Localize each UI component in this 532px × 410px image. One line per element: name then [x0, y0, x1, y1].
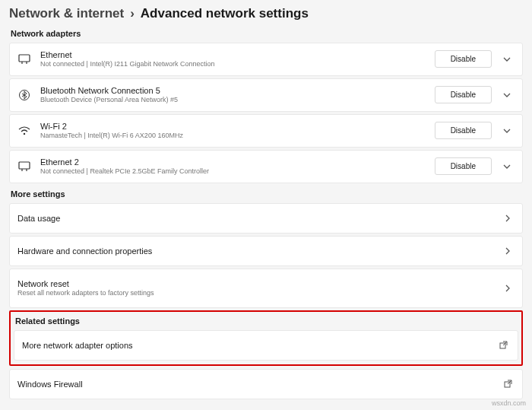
adapter-sub: Not connected | Intel(R) I211 Gigabit Ne…: [40, 60, 435, 69]
section-network-adapters: Network adapters: [11, 29, 523, 38]
watermark: wsxdn.com: [492, 399, 526, 407]
adapter-row-ethernet2[interactable]: Ethernet 2 Not connected | Realtek PCIe …: [9, 150, 523, 183]
bluetooth-icon: [17, 88, 31, 102]
adapter-name: Wi-Fi 2: [40, 121, 435, 132]
highlight-box: Related settings More network adapter op…: [9, 310, 523, 366]
section-more-settings: More settings: [11, 189, 523, 199]
adapter-info: Wi-Fi 2 NamasteTech | Intel(R) Wi-Fi 6 A…: [40, 121, 435, 141]
breadcrumb-parent[interactable]: Network & internet: [9, 6, 124, 21]
link-title: Hardware and connection properties: [17, 246, 501, 256]
breadcrumb-separator: ›: [130, 6, 135, 21]
chevron-down-icon[interactable]: [499, 93, 515, 97]
link-sub: Reset all network adapters to factory se…: [17, 289, 501, 298]
chevron-down-icon[interactable]: [499, 129, 515, 133]
link-title-text: Network reset: [17, 278, 501, 289]
link-title: More network adapter options: [22, 341, 496, 350]
ethernet-icon: [17, 52, 31, 66]
section-related-settings: Related settings: [15, 316, 518, 326]
adapter-name: Ethernet 2: [40, 157, 435, 167]
ethernet-icon: [17, 160, 31, 173]
svg-point-4: [24, 133, 25, 135]
adapter-info: Ethernet Not connected | Intel(R) I211 G…: [40, 49, 435, 69]
link-title: Data usage: [17, 214, 501, 223]
chevron-right-icon: [501, 215, 515, 222]
page-title: Advanced network settings: [141, 6, 309, 21]
adapter-info: Ethernet 2 Not connected | Realtek PCIe …: [40, 157, 435, 176]
adapter-row-ethernet[interactable]: Ethernet Not connected | Intel(R) I211 G…: [9, 43, 523, 76]
chevron-right-icon: [501, 284, 515, 292]
external-link-icon: [501, 380, 515, 388]
adapter-sub: Not connected | Realtek PCIe 2.5GbE Fami…: [40, 167, 435, 176]
disable-button[interactable]: Disable: [435, 157, 492, 175]
link-hardware-properties[interactable]: Hardware and connection properties: [9, 236, 523, 266]
wifi-icon: [17, 124, 31, 138]
svg-rect-5: [19, 162, 30, 169]
link-more-adapter-options[interactable]: More network adapter options: [14, 330, 518, 361]
disable-button[interactable]: Disable: [435, 122, 492, 139]
link-title: Windows Firewall: [17, 380, 501, 389]
external-link-icon: [496, 341, 510, 349]
link-data-usage[interactable]: Data usage: [9, 203, 523, 234]
chevron-down-icon[interactable]: [499, 57, 515, 62]
link-windows-firewall[interactable]: Windows Firewall: [9, 369, 523, 399]
adapter-row-wifi[interactable]: Wi-Fi 2 NamasteTech | Intel(R) Wi-Fi 6 A…: [9, 114, 523, 148]
svg-rect-0: [19, 55, 30, 62]
adapter-name: Bluetooth Network Connection 5: [40, 85, 435, 96]
link-network-reset[interactable]: Network reset Reset all network adapters…: [9, 269, 523, 308]
link-title: Network reset Reset all network adapters…: [17, 278, 501, 298]
chevron-down-icon[interactable]: [499, 164, 515, 169]
adapter-row-bluetooth[interactable]: Bluetooth Network Connection 5 Bluetooth…: [9, 78, 523, 112]
chevron-right-icon: [501, 247, 515, 255]
adapter-info: Bluetooth Network Connection 5 Bluetooth…: [40, 85, 435, 105]
adapter-sub: Bluetooth Device (Personal Area Network)…: [40, 96, 435, 105]
adapter-sub: NamasteTech | Intel(R) Wi-Fi 6 AX200 160…: [40, 132, 435, 141]
breadcrumb: Network & internet › Advanced network se…: [9, 6, 523, 21]
disable-button[interactable]: Disable: [435, 86, 492, 103]
disable-button[interactable]: Disable: [435, 50, 492, 68]
adapter-name: Ethernet: [40, 49, 435, 60]
